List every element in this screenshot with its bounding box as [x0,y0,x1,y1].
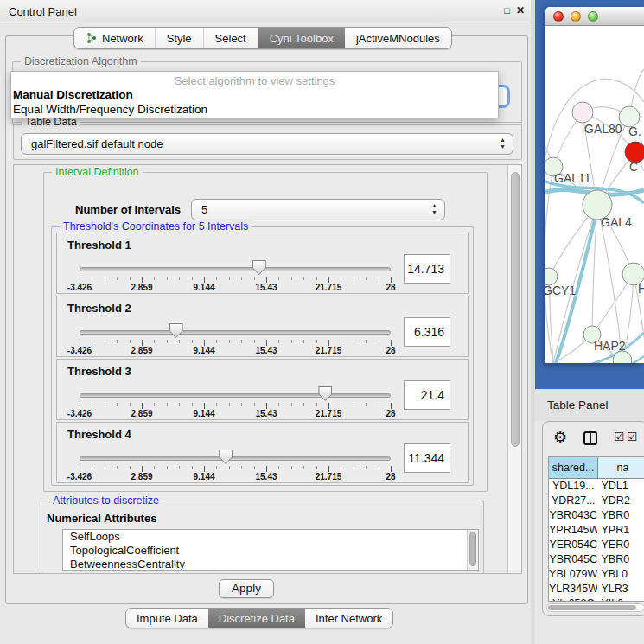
tick-label: 21.715 [316,472,342,481]
slider-track[interactable] [80,330,391,335]
tab-select[interactable]: Select [204,28,258,48]
tick-label: 2.859 [131,409,152,418]
slider-thumb[interactable] [252,260,266,275]
tick-mark [117,403,118,406]
close-icon[interactable]: ✕ [516,5,525,16]
tab-network[interactable]: Network [74,28,156,48]
slider-thumb[interactable] [318,386,332,401]
tick-mark [278,277,279,280]
minimize-traffic-light-icon[interactable] [571,11,581,22]
close-traffic-light-icon[interactable] [553,11,564,22]
tick-label: 9.144 [193,472,214,481]
tick-mark [192,403,193,406]
list-item[interactable]: BetweennessCentrality [63,558,478,571]
table-row[interactable]: YBR045CYBR0 [549,552,644,567]
gear-icon[interactable]: ⚙ [553,429,567,446]
network-node-label: C [629,160,638,174]
tab-jactivemnodules[interactable]: jActiveMNodules [345,28,451,48]
tick-mark [179,277,180,280]
tick-mark [105,466,105,469]
tab-label: Select [215,32,246,45]
tick-mark [254,277,255,280]
numerical-attributes-label: Numerical Attributes [47,512,156,525]
screen: { "window_title": { "title": "Control Pa… [0,0,644,644]
bottom-tab-discretize-data[interactable]: Discretize Data [208,609,305,628]
network-panel: GAL80G.CGAL11GAL4GCY1HHAP2 [535,0,644,389]
algorithm-option-manual-discretization[interactable]: Manual Discretization [11,87,498,102]
network-node-gal80[interactable] [572,102,593,123]
algorithm-option-equal-width-frequency-discretization[interactable]: Equal Width/Frequency Discretization [11,102,498,117]
list-item[interactable]: SelfLoops [63,530,478,544]
table-row[interactable]: YER054CYER0 [549,538,644,552]
bottom-tab-bar: Impute DataDiscretize DataInfer Network [125,608,393,628]
tab-label: Infer Network [316,612,382,625]
network-node-gcy1[interactable] [545,268,558,285]
tick-mark [92,466,92,469]
bottom-tab-infer-network[interactable]: Infer Network [305,609,392,628]
column-header-shared[interactable]: shared... [549,457,598,478]
tick-label: 28 [386,283,395,292]
slider-track[interactable] [80,267,391,271]
vertical-scrollbar-thumb[interactable] [511,172,520,447]
checkbox-icon[interactable]: ☑ [627,430,638,443]
tick-mark [328,466,329,472]
network-node-label: G. [628,124,641,138]
tick-mark [391,277,392,283]
tick-mark [391,403,392,409]
algorithm-popup-prompt: Select algorithm to view settings [11,72,498,87]
slider-thumb[interactable] [219,450,233,464]
bottom-tab-impute-data[interactable]: Impute Data [126,609,208,628]
slider-track[interactable] [80,456,391,461]
list-item[interactable]: TopologicalCoefficient [63,544,478,558]
threshold-value-field[interactable]: 6.316 [404,317,450,347]
table-row[interactable]: YIL052CYIL0 [549,596,644,601]
list-scrollbar[interactable] [467,530,478,570]
float-window-icon[interactable]: □ [504,5,510,16]
tick-mark [366,340,367,343]
table-row[interactable]: YBR043CYBR0 [549,508,644,523]
threshold-value-field[interactable]: 14.713 [404,254,450,284]
checkbox-icon[interactable]: ☑ [614,430,625,443]
tick-mark [229,403,230,406]
tick-mark [117,466,118,469]
apply-button[interactable]: Apply [219,579,274,598]
list-scrollbar-thumb[interactable] [469,532,476,566]
tick-mark [241,466,242,469]
column-header-na[interactable]: na [598,457,644,478]
tick-mark [80,466,80,472]
columns-icon[interactable] [583,431,597,445]
zoom-traffic-light-icon[interactable] [588,11,598,22]
tick-mark [379,466,379,469]
number-of-intervals-combo[interactable]: 5 ▲▼ [191,199,445,220]
numerical-attributes-list[interactable]: SelfLoopsTopologicalCoefficientBetweenne… [62,529,479,571]
tab-cyni-toolbox[interactable]: Cyni Toolbox [258,28,345,48]
horizontal-scrollbar[interactable] [546,603,644,612]
slider-thumb[interactable] [169,323,183,338]
threshold-value-field[interactable]: 11.344 [404,443,450,473]
table-data-combo[interactable]: galFiltered.sif default node ▲▼ [21,133,513,155]
table-row[interactable]: YDL19...YDL1 [549,479,644,494]
tick-mark [167,340,168,343]
algorithm-popup: Select algorithm to view settings Manual… [10,71,499,118]
tab-label: jActiveMNodules [356,32,440,45]
threshold-value-field[interactable]: 21.4 [404,380,450,410]
tick-mark [354,466,354,469]
tick-mark [142,340,143,346]
network-canvas[interactable]: GAL80G.CGAL11GAL4GCY1HHAP2 [545,26,644,363]
table-row[interactable]: YLR345WYLR3 [549,582,644,596]
table-row[interactable]: YPR145WYPR1 [549,523,644,538]
tick-mark [291,277,292,280]
table-row[interactable]: YBL079WYBL0 [549,567,644,582]
slider-track[interactable] [80,393,391,398]
horizontal-scrollbar-thumb[interactable] [548,605,636,610]
threshold-label: Threshold 2 [67,302,131,315]
tick-mark [179,466,180,469]
tick-mark [303,277,304,280]
network-window-titlebar[interactable] [545,7,644,26]
vertical-scrollbar[interactable] [507,165,521,573]
tick-mark [154,403,155,406]
table-panel-title: Table Panel [547,399,609,411]
table-row[interactable]: YDR27...YDR2 [549,494,644,508]
tab-style[interactable]: Style [156,28,204,48]
table-cell: YBR045C [549,552,597,567]
